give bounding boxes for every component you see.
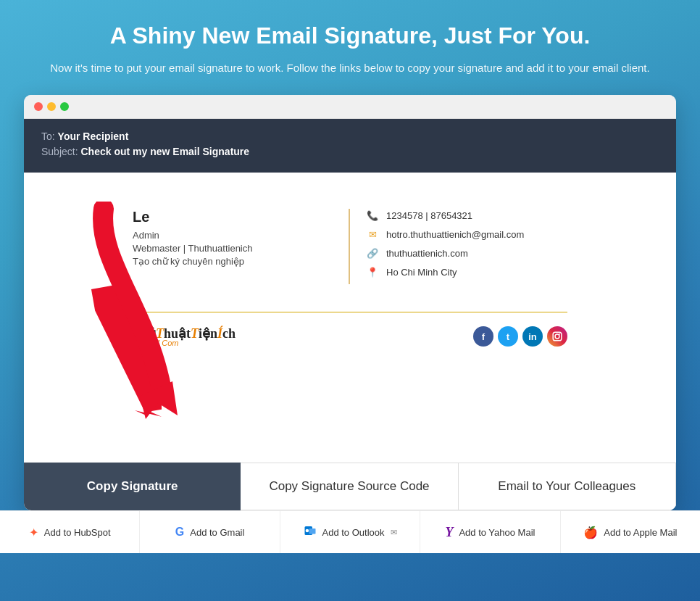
sig-name: Le: [133, 209, 334, 225]
add-to-apple-mail-link[interactable]: 🍎 Add to Apple Mail: [561, 511, 700, 553]
sig-right-panel: 📞 1234578 | 87654321 ✉ hotro.thuthuattie…: [350, 209, 567, 284]
page-title: A Shiny New Email Signature, Just For Yo…: [50, 22, 649, 49]
svg-rect-3: [553, 333, 562, 341]
svg-point-5: [559, 333, 560, 335]
add-to-outlook-link[interactable]: Add to Outlook ✉: [280, 511, 420, 553]
svg-point-4: [555, 334, 559, 339]
svg-marker-2: [140, 381, 178, 419]
location-icon: 📍: [366, 265, 379, 278]
client-links-bar: ✦ Add to HubSpot G Add to Gmail Add to O…: [0, 510, 700, 553]
email-subject-line: Subject: Check out my new Email Signatur…: [41, 146, 659, 157]
email-window: To: Your Recipient Subject: Check out my…: [24, 95, 676, 510]
window-close-dot: [34, 102, 43, 111]
email-to-value: Your Recipient: [58, 130, 129, 142]
email-body: Le Admin Webmaster | Thuthuattienich Tạo…: [24, 173, 676, 463]
window-maximize-dot: [60, 102, 69, 111]
sig-title2: Webmaster | Thuthuattienich: [133, 243, 334, 254]
apple-mail-icon: 🍎: [583, 526, 598, 539]
hubspot-label: Add to HubSpot: [44, 527, 111, 538]
sig-website: 🔗 thuthuattienich.com: [366, 246, 567, 260]
instagram-icon[interactable]: [547, 326, 567, 347]
sig-phone: 📞 1234578 | 87654321: [366, 209, 567, 222]
sig-bottom: ThủThuậtTiệnÍch "Chăm" Com f t in: [133, 326, 567, 347]
hubspot-icon: ✦: [29, 526, 38, 539]
svg-point-8: [305, 529, 309, 533]
svg-marker-1: [91, 279, 162, 425]
sig-title3: Tạo chữ ký chuyên nghiệp: [133, 256, 334, 267]
sig-location: 📍 Ho Chi Minh City: [366, 265, 567, 278]
outlook-icon-extra: ✉: [391, 528, 397, 537]
sig-left-panel: Le Admin Webmaster | Thuthuattienich Tạo…: [133, 209, 350, 284]
email-header: To: Your Recipient Subject: Check out my…: [24, 119, 676, 173]
sig-divider: [133, 312, 567, 312]
header-subtitle: Now it's time to put your email signatur…: [50, 59, 649, 77]
email-to-line: To: Your Recipient: [41, 130, 659, 142]
email-icon: ✉: [366, 228, 379, 241]
sig-email-value: hotro.thuthuattienich@gmail.com: [386, 229, 524, 240]
action-buttons: Copy Signature Copy Signature Source Cod…: [24, 463, 676, 510]
sig-website-value: thuthuattienich.com: [386, 248, 468, 259]
apple-mail-label: Add to Apple Mail: [604, 527, 677, 538]
svg-rect-7: [309, 529, 315, 534]
email-colleagues-button[interactable]: Email to Your Colleagues: [459, 463, 676, 510]
sig-title1: Admin: [133, 230, 334, 241]
window-minimize-dot: [47, 102, 56, 111]
outlook-icon: [304, 524, 317, 540]
window-titlebar: [24, 95, 676, 119]
outlook-label: Add to Outlook: [322, 527, 385, 538]
email-subject-value: Check out my new Email Signature: [80, 146, 249, 157]
copy-signature-button[interactable]: Copy Signature: [24, 463, 241, 510]
yahoo-icon: Y: [445, 525, 453, 540]
linkedin-icon[interactable]: in: [522, 326, 543, 347]
facebook-icon[interactable]: f: [473, 326, 493, 347]
add-to-yahoo-link[interactable]: Y Add to Yahoo Mail: [420, 511, 560, 553]
yahoo-label: Add to Yahoo Mail: [459, 527, 535, 538]
copy-source-button[interactable]: Copy Signature Source Code: [241, 463, 458, 510]
sig-location-value: Ho Chi Minh City: [386, 267, 457, 278]
sig-phone-value: 1234578 | 87654321: [386, 210, 472, 221]
twitter-icon[interactable]: t: [498, 326, 518, 347]
web-icon: 🔗: [366, 246, 379, 260]
phone-icon: 📞: [366, 209, 379, 222]
gmail-label: Add to Gmail: [190, 527, 244, 538]
sig-logo: ThủThuậtTiệnÍch "Chăm" Com: [133, 326, 236, 347]
add-to-gmail-link[interactable]: G Add to Gmail: [140, 511, 280, 553]
header-section: A Shiny New Email Signature, Just For Yo…: [50, 22, 649, 77]
sig-email: ✉ hotro.thuthuattienich@gmail.com: [366, 228, 567, 241]
signature-preview: Le Admin Webmaster | Thuthuattienich Tạo…: [133, 194, 567, 299]
gmail-icon: G: [175, 526, 184, 539]
add-to-hubspot-link[interactable]: ✦ Add to HubSpot: [0, 511, 140, 553]
sig-social-links: f t in: [473, 326, 567, 347]
